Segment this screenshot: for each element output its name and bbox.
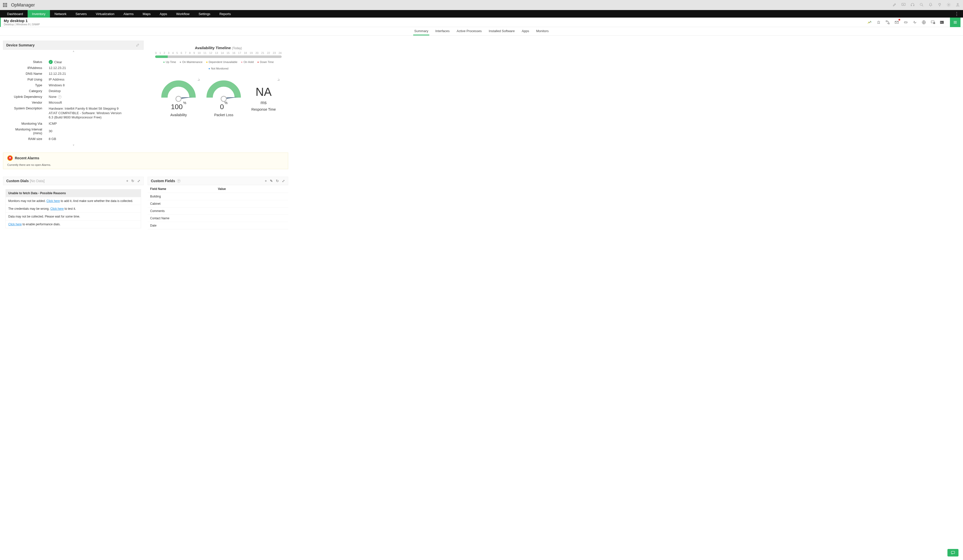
tab-installed-software[interactable]: Installed Software (488, 27, 516, 36)
bell-icon[interactable] (928, 3, 933, 8)
tab-active-processes[interactable]: Active Processes (456, 27, 483, 36)
lbl-poll: Poll Using (6, 78, 49, 81)
val-poll: IP Address (49, 78, 141, 81)
rocket-icon[interactable] (892, 3, 897, 8)
link-icon[interactable] (903, 20, 908, 25)
val-ip: 12.12.23.21 (49, 66, 141, 70)
recent-alarms-title: Recent Alarms (15, 156, 39, 160)
alarm-bell-icon (7, 155, 13, 161)
gauge-responsetime-label: Response Time (251, 107, 276, 112)
legend-dependent: Dependent Unavailable (206, 60, 237, 63)
pulse-icon[interactable] (912, 20, 917, 25)
mail-icon[interactable] (894, 20, 899, 25)
scroll-down-icon[interactable]: ▼ (3, 144, 144, 147)
nav-maps[interactable]: Maps (138, 10, 155, 18)
nav-settings[interactable]: Settings (194, 10, 215, 18)
flow-icon[interactable] (885, 20, 890, 25)
lbl-via: Monitoring Via (6, 122, 49, 125)
edit-icon[interactable]: ✎ (270, 179, 273, 183)
app-header: OpManager (0, 0, 963, 10)
device-summary-header: Device Summary (3, 40, 144, 50)
chart-icon[interactable] (867, 20, 872, 25)
nav-alarms[interactable]: Alarms (119, 10, 138, 18)
val-type: Windows 8 (49, 83, 141, 87)
refresh-icon[interactable]: ↻ (276, 179, 279, 183)
nav-virtualization[interactable]: Virtualization (91, 10, 119, 18)
legend-uptime: Up Time (163, 60, 176, 63)
lbl-uplink: Uplink Dependency (6, 95, 49, 99)
custom-dials-title: Custom Dials (6, 179, 29, 183)
threshold-icon[interactable] (277, 78, 280, 82)
svg-point-1 (920, 3, 922, 5)
header-actions (892, 3, 960, 8)
svg-rect-4 (886, 21, 887, 22)
edit-icon[interactable] (136, 43, 140, 47)
add-icon[interactable]: + (126, 179, 128, 183)
nav-network[interactable]: Network (50, 10, 71, 18)
recent-alarms-empty: Currently there are no open Alarms. (7, 163, 284, 166)
expand-icon[interactable]: ⤢ (282, 179, 285, 183)
globe-icon[interactable] (921, 20, 926, 25)
gauges-row: 100% Availability 0% Packet Loss NA ms (154, 79, 283, 117)
col-field-name: Field Name (150, 187, 218, 191)
alarm-light-icon[interactable] (876, 20, 881, 25)
nav-inventory[interactable]: Inventory (28, 10, 50, 18)
legend-onhold: On Hold (241, 60, 254, 63)
nav-more-icon[interactable]: ⋮ (953, 11, 960, 16)
dials-link-add[interactable]: Click here (47, 199, 60, 203)
svg-point-2 (948, 4, 950, 5)
recent-alarms-header: Recent Alarms (7, 155, 284, 161)
gauge-packetloss-value: 0% (206, 103, 241, 111)
dials-link-test[interactable]: Click here (50, 207, 63, 210)
add-icon[interactable]: + (265, 179, 267, 183)
custom-fields-columns: Field Name Value (148, 185, 288, 193)
dials-reasons-title: Unable to fetch Data - Possible Reasons (6, 189, 141, 197)
nav-dashboard[interactable]: Dashboard (3, 10, 28, 18)
nav-reports[interactable]: Reports (215, 10, 235, 18)
device-summary-list: Status Clear IPAddress 12.12.23.21 DNS N… (3, 52, 144, 144)
nav-servers[interactable]: Servers (71, 10, 91, 18)
custom-dials-panel: Custom Dials [No Data] + ↻ ⤢ Unable to f… (3, 176, 144, 232)
gauge-responsetime-unit: ms (251, 100, 276, 105)
nav-apps[interactable]: Apps (155, 10, 172, 18)
hamburger-button[interactable] (950, 18, 960, 27)
search-icon[interactable] (919, 3, 924, 8)
gauge-responsetime: NA ms Response Time (251, 79, 276, 117)
dials-link-enable[interactable]: Click here (8, 223, 21, 226)
nav-workflow[interactable]: Workflow (172, 10, 194, 18)
monitor-x-icon[interactable] (931, 20, 935, 25)
gauge-packetloss-label: Packet Loss (206, 113, 241, 117)
scroll-up-icon[interactable]: ▲ (3, 50, 144, 52)
device-actions (867, 18, 960, 27)
plug-icon[interactable] (937, 3, 942, 8)
terminal-icon[interactable] (939, 20, 944, 25)
tab-summary[interactable]: Summary (413, 27, 429, 36)
threshold-icon[interactable] (197, 78, 201, 82)
tab-apps[interactable]: Apps (520, 27, 530, 36)
recent-alarms-panel: Recent Alarms Currently there are no ope… (3, 152, 288, 169)
expand-icon[interactable]: ⤢ (137, 179, 140, 183)
custom-fields-title: Custom Fields (151, 179, 175, 183)
val-uplink: None ? (49, 95, 141, 99)
lbl-category: Category (6, 89, 49, 93)
dials-reason-3: Data may not be collected. Please wait f… (6, 212, 141, 220)
gear-icon[interactable] (947, 3, 951, 8)
lbl-ram: RAM size (6, 137, 49, 141)
help-icon[interactable]: ? (177, 179, 180, 183)
gauge-availability: 100% Availability (161, 79, 196, 117)
help-icon[interactable]: ? (58, 95, 62, 99)
availability-panel: Availability Timeline (Today) 0123456789… (144, 40, 288, 147)
presentation-icon[interactable] (901, 3, 906, 8)
custom-dials-nodata: [No Data] (30, 179, 44, 183)
headset-icon[interactable] (910, 3, 915, 8)
tab-monitors[interactable]: Monitors (535, 27, 550, 36)
dials-reasons: Unable to fetch Data - Possible Reasons … (5, 189, 141, 228)
tab-interfaces[interactable]: Interfaces (434, 27, 451, 36)
device-title: My desktop 1 (4, 19, 40, 23)
refresh-icon[interactable]: ↻ (131, 179, 134, 183)
user-icon[interactable] (955, 3, 960, 8)
cf-row: Building (148, 193, 288, 200)
cf-row: Date (148, 222, 288, 229)
app-menu-icon[interactable] (3, 3, 8, 7)
main-nav: Dashboard Inventory Network Servers Virt… (0, 10, 963, 18)
